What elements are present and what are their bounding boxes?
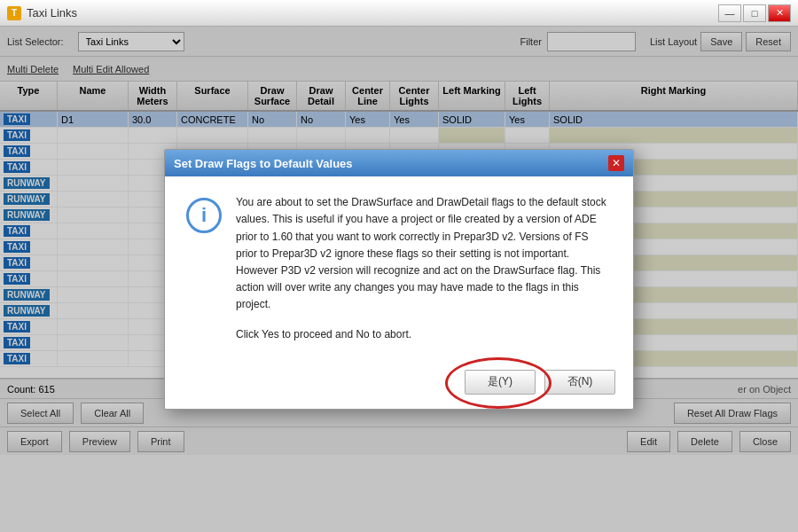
app-icon: T	[7, 6, 21, 20]
modal-close-button[interactable]: ✕	[608, 155, 624, 171]
info-icon: i	[186, 198, 222, 233]
close-window-button[interactable]: ✕	[768, 4, 791, 22]
modal-title-bar: Set Draw Flags to Default Values ✕	[165, 150, 633, 176]
modal-prompt-text: Click Yes to proceed and No to abort.	[236, 326, 612, 343]
modal-body-text: You are about to set the DrawSurface and…	[236, 194, 612, 313]
modal-footer: 是(Y) 否(N)	[165, 361, 633, 409]
modal-title: Set Draw Flags to Default Values	[174, 157, 353, 170]
minimize-button[interactable]: —	[718, 4, 741, 22]
no-button[interactable]: 否(N)	[544, 370, 615, 395]
window-title: Taxi Links	[27, 6, 77, 20]
modal-dialog: Set Draw Flags to Default Values ✕ i You…	[164, 149, 634, 410]
maximize-button[interactable]: □	[743, 4, 766, 22]
modal-overlay: Set Draw Flags to Default Values ✕ i You…	[0, 27, 798, 532]
modal-body: i You are about to set the DrawSurface a…	[165, 176, 633, 361]
title-bar: T Taxi Links — □ ✕	[0, 0, 798, 27]
main-content: List Selector: Taxi Links Filter List La…	[0, 27, 798, 532]
yes-button[interactable]: 是(Y)	[465, 370, 536, 395]
